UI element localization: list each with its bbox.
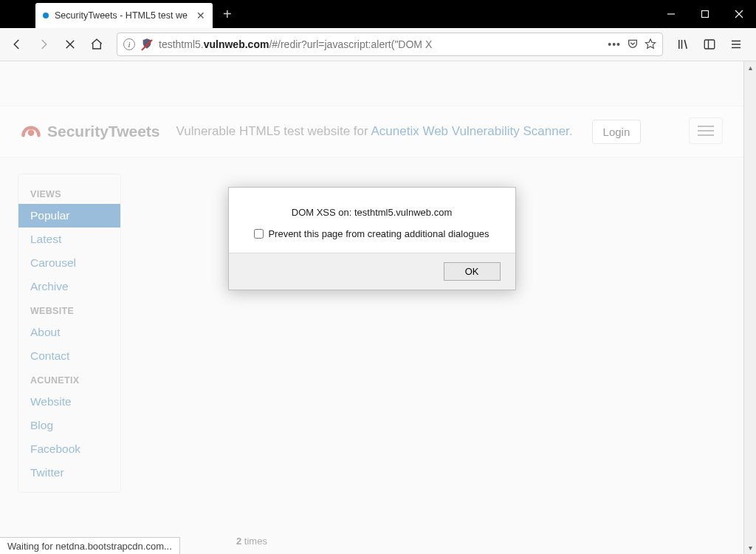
toolbar: i testhtml5.vulnweb.com/#/redir?url=java… xyxy=(0,28,756,61)
sidebar-toggle-icon[interactable] xyxy=(697,32,722,57)
site-info-icon[interactable]: i xyxy=(123,38,135,50)
pocket-icon[interactable] xyxy=(627,38,639,52)
alert-ok-button[interactable]: OK xyxy=(444,262,501,281)
app-menu-icon[interactable] xyxy=(724,32,749,57)
tab-title: SecurityTweets - HTML5 test we xyxy=(55,10,190,21)
maximize-button[interactable] xyxy=(688,0,722,28)
url-text: testhtml5.vulnweb.com/#/redir?url=javasc… xyxy=(159,38,602,50)
scroll-up-icon[interactable]: ▴ xyxy=(744,61,756,74)
loading-indicator-icon xyxy=(43,13,49,18)
prevent-dialogs-checkbox[interactable]: Prevent this page from creating addition… xyxy=(247,228,498,239)
vertical-scrollbar[interactable]: ▴ ▾ xyxy=(743,61,756,554)
js-alert-dialog: DOM XSS on: testhtml5.vulnweb.com Preven… xyxy=(228,187,516,290)
close-tab-icon[interactable]: ✕ xyxy=(196,10,205,21)
svg-rect-10 xyxy=(704,40,715,49)
prevent-dialogs-input[interactable] xyxy=(254,229,264,239)
svg-marker-6 xyxy=(645,39,655,48)
page-content: SecurityTweets Vulnerable HTML5 test web… xyxy=(0,61,743,554)
browser-tab[interactable]: SecurityTweets - HTML5 test we ✕ xyxy=(35,3,213,28)
prevent-dialogs-label: Prevent this page from creating addition… xyxy=(268,228,489,239)
url-bar[interactable]: i testhtml5.vulnweb.com/#/redir?url=java… xyxy=(117,33,663,56)
forward-button[interactable] xyxy=(31,32,56,57)
close-window-button[interactable] xyxy=(722,0,756,28)
alert-backdrop: DOM XSS on: testhtml5.vulnweb.com Preven… xyxy=(0,61,743,554)
home-button[interactable] xyxy=(84,32,109,57)
svg-rect-1 xyxy=(702,11,709,18)
tab-strip: SecurityTweets - HTML5 test we ✕ + xyxy=(0,0,242,28)
minimize-button[interactable] xyxy=(654,0,688,28)
new-tab-button[interactable]: + xyxy=(213,0,242,28)
toolbar-right xyxy=(670,32,752,57)
stop-button[interactable] xyxy=(58,32,83,57)
scroll-down-icon[interactable]: ▾ xyxy=(744,541,756,554)
page-actions-icon[interactable]: ••• xyxy=(608,38,621,50)
alert-message: DOM XSS on: testhtml5.vulnweb.com xyxy=(247,207,498,218)
library-icon[interactable] xyxy=(670,32,695,57)
window-controls xyxy=(654,0,756,28)
status-bar: Waiting for netdna.bootstrapcdn.com... xyxy=(0,537,180,554)
viewport: SecurityTweets Vulnerable HTML5 test web… xyxy=(0,61,756,554)
back-button[interactable] xyxy=(4,32,30,57)
titlebar: SecurityTweets - HTML5 test we ✕ + xyxy=(0,0,756,28)
tracking-shield-icon[interactable] xyxy=(141,38,153,52)
bookmark-star-icon[interactable] xyxy=(645,38,656,52)
svg-line-9 xyxy=(684,40,687,49)
